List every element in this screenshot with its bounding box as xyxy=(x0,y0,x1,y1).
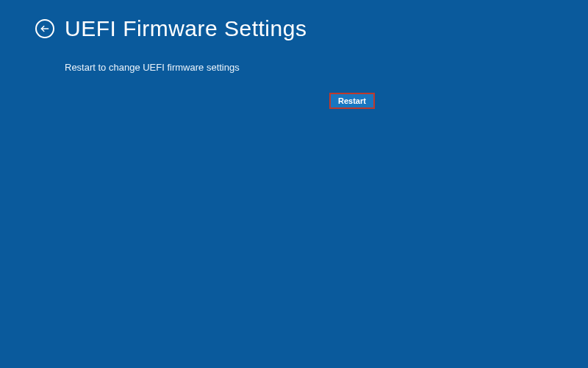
page-title: UEFI Firmware Settings xyxy=(65,16,306,41)
back-button[interactable] xyxy=(35,19,54,38)
description-text: Restart to change UEFI firmware settings xyxy=(65,62,588,73)
arrow-left-icon xyxy=(40,24,50,34)
restart-button[interactable]: Restart xyxy=(329,93,375,109)
header-row: UEFI Firmware Settings xyxy=(0,0,588,41)
